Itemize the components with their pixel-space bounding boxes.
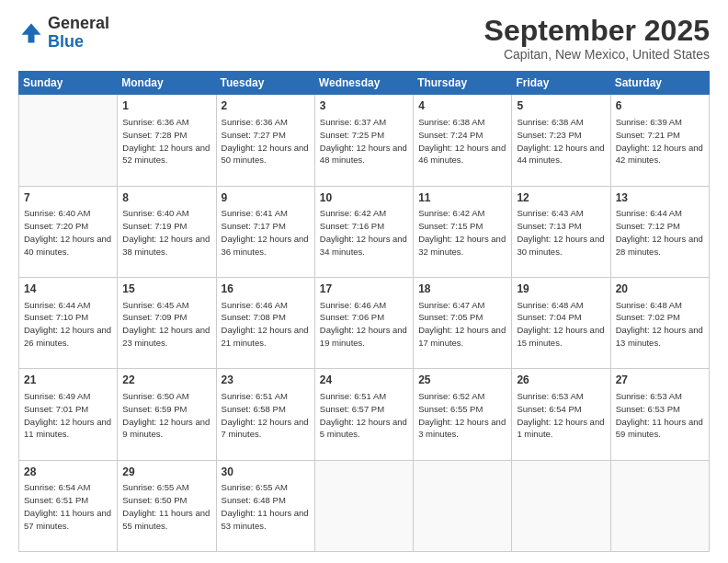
- week-row-3: 14Sunrise: 6:44 AMSunset: 7:10 PMDayligh…: [19, 277, 710, 368]
- day-info: Sunrise: 6:42 AMSunset: 7:15 PMDaylight:…: [418, 207, 506, 258]
- day-info: Sunrise: 6:50 AMSunset: 6:59 PMDaylight:…: [122, 390, 210, 441]
- header-thursday: Thursday: [414, 72, 512, 95]
- day-info: Sunrise: 6:36 AMSunset: 7:27 PMDaylight:…: [222, 116, 310, 167]
- calendar-cell: 30Sunrise: 6:55 AMSunset: 6:48 PMDayligh…: [216, 460, 314, 551]
- day-info: Sunrise: 6:43 AMSunset: 7:13 PMDaylight:…: [517, 207, 605, 258]
- title-block: September 2025 Capitan, New Mexico, Unit…: [484, 15, 710, 62]
- calendar-cell: 5Sunrise: 6:38 AMSunset: 7:23 PMDaylight…: [512, 95, 610, 186]
- calendar-cell: [19, 95, 118, 186]
- calendar-cell: 22Sunrise: 6:50 AMSunset: 6:59 PMDayligh…: [118, 369, 216, 460]
- location: Capitan, New Mexico, United States: [484, 47, 710, 62]
- day-info: Sunrise: 6:41 AMSunset: 7:17 PMDaylight:…: [222, 207, 310, 258]
- week-row-2: 7Sunrise: 6:40 AMSunset: 7:20 PMDaylight…: [19, 186, 710, 277]
- logo-blue-text: Blue: [48, 32, 84, 51]
- day-number: 9: [222, 190, 310, 206]
- logo: General Blue: [18, 15, 109, 52]
- day-number: 11: [418, 190, 506, 206]
- week-row-5: 28Sunrise: 6:54 AMSunset: 6:51 PMDayligh…: [19, 460, 710, 551]
- calendar-cell: 12Sunrise: 6:43 AMSunset: 7:13 PMDayligh…: [512, 186, 610, 277]
- calendar-cell: 10Sunrise: 6:42 AMSunset: 7:16 PMDayligh…: [314, 186, 413, 277]
- week-row-4: 21Sunrise: 6:49 AMSunset: 7:01 PMDayligh…: [19, 369, 710, 460]
- page: General Blue September 2025 Capitan, New…: [0, 0, 728, 563]
- day-number: 21: [24, 373, 112, 388]
- calendar-cell: 9Sunrise: 6:41 AMSunset: 7:17 PMDaylight…: [216, 186, 314, 277]
- day-info: Sunrise: 6:40 AMSunset: 7:20 PMDaylight:…: [24, 207, 112, 258]
- logo-text: General Blue: [48, 15, 109, 52]
- calendar-table: Sunday Monday Tuesday Wednesday Thursday…: [18, 71, 710, 552]
- calendar-cell: 14Sunrise: 6:44 AMSunset: 7:10 PMDayligh…: [19, 277, 118, 368]
- day-info: Sunrise: 6:49 AMSunset: 7:01 PMDaylight:…: [24, 390, 112, 441]
- calendar-cell: 6Sunrise: 6:39 AMSunset: 7:21 PMDaylight…: [610, 95, 709, 186]
- day-number: 13: [616, 190, 704, 206]
- day-info: Sunrise: 6:51 AMSunset: 6:57 PMDaylight:…: [320, 390, 408, 441]
- calendar-cell: 8Sunrise: 6:40 AMSunset: 7:19 PMDaylight…: [118, 186, 216, 277]
- day-info: Sunrise: 6:53 AMSunset: 6:53 PMDaylight:…: [616, 390, 704, 441]
- svg-marker-0: [22, 23, 41, 42]
- calendar-cell: 29Sunrise: 6:55 AMSunset: 6:50 PMDayligh…: [118, 460, 216, 551]
- calendar-cell: 24Sunrise: 6:51 AMSunset: 6:57 PMDayligh…: [314, 369, 413, 460]
- calendar-cell: 27Sunrise: 6:53 AMSunset: 6:53 PMDayligh…: [610, 369, 709, 460]
- calendar-cell: [414, 460, 512, 551]
- day-number: 28: [24, 465, 112, 480]
- month-title: September 2025: [484, 15, 710, 47]
- calendar-cell: 13Sunrise: 6:44 AMSunset: 7:12 PMDayligh…: [610, 186, 709, 277]
- day-number: 19: [517, 282, 605, 297]
- header-sunday: Sunday: [19, 72, 118, 95]
- header-wednesday: Wednesday: [314, 72, 413, 95]
- calendar-cell: 21Sunrise: 6:49 AMSunset: 7:01 PMDayligh…: [19, 369, 118, 460]
- calendar-cell: 18Sunrise: 6:47 AMSunset: 7:05 PMDayligh…: [414, 277, 512, 368]
- day-info: Sunrise: 6:52 AMSunset: 6:55 PMDaylight:…: [418, 390, 506, 441]
- calendar-cell: 16Sunrise: 6:46 AMSunset: 7:08 PMDayligh…: [216, 277, 314, 368]
- day-info: Sunrise: 6:44 AMSunset: 7:10 PMDaylight:…: [24, 299, 112, 350]
- logo-general-text: General: [48, 14, 109, 32]
- day-info: Sunrise: 6:55 AMSunset: 6:50 PMDaylight:…: [122, 481, 210, 532]
- calendar-cell: 26Sunrise: 6:53 AMSunset: 6:54 PMDayligh…: [512, 369, 610, 460]
- day-number: 5: [517, 98, 605, 114]
- calendar-cell: 2Sunrise: 6:36 AMSunset: 7:27 PMDaylight…: [216, 95, 314, 186]
- day-number: 2: [222, 98, 310, 114]
- day-number: 23: [222, 373, 310, 388]
- day-info: Sunrise: 6:46 AMSunset: 7:06 PMDaylight:…: [320, 299, 408, 350]
- day-info: Sunrise: 6:48 AMSunset: 7:02 PMDaylight:…: [616, 299, 704, 350]
- calendar-cell: 23Sunrise: 6:51 AMSunset: 6:58 PMDayligh…: [216, 369, 314, 460]
- day-info: Sunrise: 6:55 AMSunset: 6:48 PMDaylight:…: [222, 481, 310, 532]
- day-number: 3: [320, 98, 408, 114]
- calendar-cell: 7Sunrise: 6:40 AMSunset: 7:20 PMDaylight…: [19, 186, 118, 277]
- day-info: Sunrise: 6:46 AMSunset: 7:08 PMDaylight:…: [222, 299, 310, 350]
- day-number: 22: [122, 373, 210, 388]
- day-info: Sunrise: 6:54 AMSunset: 6:51 PMDaylight:…: [24, 481, 112, 532]
- header-saturday: Saturday: [610, 72, 709, 95]
- day-number: 8: [122, 190, 210, 206]
- calendar-cell: 20Sunrise: 6:48 AMSunset: 7:02 PMDayligh…: [610, 277, 709, 368]
- day-info: Sunrise: 6:51 AMSunset: 6:58 PMDaylight:…: [222, 390, 310, 441]
- logo-icon: [18, 20, 44, 46]
- day-info: Sunrise: 6:53 AMSunset: 6:54 PMDaylight:…: [517, 390, 605, 441]
- calendar-cell: 25Sunrise: 6:52 AMSunset: 6:55 PMDayligh…: [414, 369, 512, 460]
- day-number: 12: [517, 190, 605, 206]
- day-number: 29: [122, 465, 210, 480]
- day-info: Sunrise: 6:38 AMSunset: 7:23 PMDaylight:…: [517, 116, 605, 167]
- day-number: 18: [418, 282, 506, 297]
- day-number: 30: [222, 465, 310, 480]
- day-info: Sunrise: 6:38 AMSunset: 7:24 PMDaylight:…: [418, 116, 506, 167]
- calendar-cell: 28Sunrise: 6:54 AMSunset: 6:51 PMDayligh…: [19, 460, 118, 551]
- day-info: Sunrise: 6:45 AMSunset: 7:09 PMDaylight:…: [122, 299, 210, 350]
- day-info: Sunrise: 6:37 AMSunset: 7:25 PMDaylight:…: [320, 116, 408, 167]
- day-info: Sunrise: 6:42 AMSunset: 7:16 PMDaylight:…: [320, 207, 408, 258]
- header: General Blue September 2025 Capitan, New…: [18, 15, 710, 62]
- day-number: 16: [222, 282, 310, 297]
- day-number: 14: [24, 282, 112, 297]
- calendar-cell: 3Sunrise: 6:37 AMSunset: 7:25 PMDaylight…: [314, 95, 413, 186]
- header-tuesday: Tuesday: [216, 72, 314, 95]
- day-number: 27: [616, 373, 704, 388]
- header-friday: Friday: [512, 72, 610, 95]
- day-number: 10: [320, 190, 408, 206]
- calendar-cell: [512, 460, 610, 551]
- day-number: 24: [320, 373, 408, 388]
- day-info: Sunrise: 6:44 AMSunset: 7:12 PMDaylight:…: [616, 207, 704, 258]
- day-number: 17: [320, 282, 408, 297]
- day-info: Sunrise: 6:48 AMSunset: 7:04 PMDaylight:…: [517, 299, 605, 350]
- day-info: Sunrise: 6:47 AMSunset: 7:05 PMDaylight:…: [418, 299, 506, 350]
- calendar-cell: 15Sunrise: 6:45 AMSunset: 7:09 PMDayligh…: [118, 277, 216, 368]
- day-info: Sunrise: 6:40 AMSunset: 7:19 PMDaylight:…: [122, 207, 210, 258]
